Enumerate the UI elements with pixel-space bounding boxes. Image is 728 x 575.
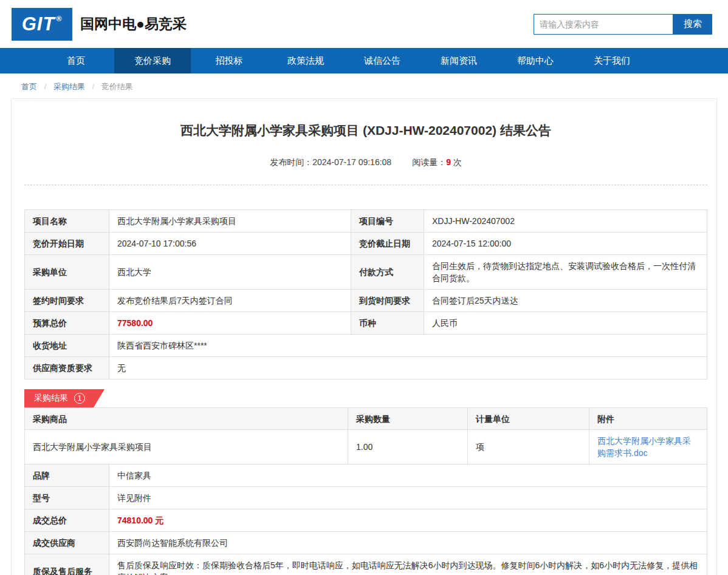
deal-detail-table: 品牌 中信家具 型号 详见附件 成交总价 74810.00 元 成交供应商 西安… <box>24 464 707 575</box>
divider <box>24 185 707 185</box>
project-code-value: XDJJ-HW-202407002 <box>424 210 707 233</box>
logo-text: GIT <box>22 13 55 35</box>
delivery-address-label: 收货地址 <box>25 335 109 357</box>
result-tag-label: 采购结果 <box>34 393 68 404</box>
purchaser-label: 采购单位 <box>25 255 109 290</box>
sign-time-value: 发布竞价结果后7天内签订合同 <box>109 290 351 312</box>
views-label: 阅读量： <box>412 157 446 167</box>
site-name: 国网中电●易竞采 <box>80 15 187 33</box>
result-count-badge: 1 <box>74 393 85 404</box>
table-header-row: 采购商品 采购数量 计量单位 附件 <box>25 408 707 430</box>
model-value: 详见附件 <box>109 487 707 509</box>
brand-value: 中信家具 <box>109 464 707 487</box>
announcement-card: 西北大学附属小学家具采购项目 (XDJJ-HW-202407002) 结果公告 … <box>11 98 717 575</box>
nav-item-about-us[interactable]: 关于我们 <box>574 48 650 73</box>
deal-price-label: 成交总价 <box>25 509 109 532</box>
product-name-cell: 西北大学附属小学家具采购项目 <box>25 430 348 464</box>
project-name-value: 西北大学附属小学家具采购项目 <box>109 210 351 233</box>
views-count: 9 <box>446 157 451 167</box>
search-button[interactable]: 搜索 <box>673 14 712 35</box>
site-header: GIT® 国网中电●易竞采 搜索 <box>0 0 728 48</box>
purchase-result-table: 采购商品 采购数量 计量单位 附件 西北大学附属小学家具采购项目 1.00 项 … <box>24 407 707 464</box>
table-row: 采购单位 西北大学 付款方式 合同生效后，待货物到达指定地点、安装调试验收合格后… <box>25 255 707 290</box>
publish-time-label: 发布时间： <box>270 157 312 167</box>
table-row: 品牌 中信家具 <box>25 464 707 487</box>
page-title: 西北大学附属小学家具采购项目 (XDJJ-HW-202407002) 结果公告 <box>24 122 707 139</box>
delivery-time-value: 合同签订后25天内送达 <box>424 290 707 312</box>
budget-label: 预算总价 <box>25 312 109 335</box>
table-row: 型号 详见附件 <box>25 487 707 509</box>
warranty-label: 质保及售后服务 <box>25 554 109 575</box>
deal-price-unit: 元 <box>155 515 163 525</box>
warranty-value: 售后质保及响应时效：质保期验收合格后5年，即时电话响应，如电话响应无法解决6小时… <box>109 554 707 575</box>
payment-value: 合同生效后，待货物到达指定地点、安装调试验收合格后，一次性付清合同货款。 <box>424 255 707 290</box>
table-row: 签约时间要求 发布竞价结果后7天内签订合同 到货时间要求 合同签订后25天内送达 <box>25 290 707 312</box>
unit-cell: 项 <box>468 430 589 464</box>
payment-label: 付款方式 <box>351 255 424 290</box>
deal-price-value: 74810.00 <box>117 515 153 525</box>
product-column-header: 采购商品 <box>25 408 348 430</box>
nav-item-home[interactable]: 首页 <box>38 48 114 73</box>
delivery-time-label: 到货时间要求 <box>351 290 424 312</box>
table-row: 成交供应商 西安爵尚达智能系统有限公司 <box>25 532 707 554</box>
winning-supplier-value: 西安爵尚达智能系统有限公司 <box>109 532 707 554</box>
nav-item-integrity-notice[interactable]: 诚信公告 <box>344 48 421 73</box>
supplier-qualification-label: 供应商资质要求 <box>25 357 109 379</box>
breadcrumb-home[interactable]: 首页 <box>21 82 37 91</box>
table-row: 供应商资质要求 无 <box>25 357 707 379</box>
nav-item-bidding-purchase[interactable]: 竞价采购 <box>114 48 191 73</box>
table-row: 项目名称 西北大学附属小学家具采购项目 项目编号 XDJJ-HW-2024070… <box>25 210 707 233</box>
search-bar: 搜索 <box>534 14 712 35</box>
project-code-label: 项目编号 <box>351 210 424 233</box>
registered-mark-icon: ® <box>56 15 62 23</box>
supplier-qualification-value: 无 <box>109 357 707 379</box>
views-unit: 次 <box>453 157 462 167</box>
nav-item-help-center[interactable]: 帮助中心 <box>497 48 574 73</box>
winning-supplier-label: 成交供应商 <box>25 532 109 554</box>
model-label: 型号 <box>25 487 109 509</box>
bid-start-label: 竞价开始日期 <box>25 233 109 255</box>
attachment-column-header: 附件 <box>589 408 707 430</box>
breadcrumb-current: 竞价结果 <box>101 82 133 91</box>
announcement-meta: 发布时间：2024-07-17 09:16:08阅读量：9 次 <box>24 157 707 168</box>
project-info-table: 项目名称 西北大学附属小学家具采购项目 项目编号 XDJJ-HW-2024070… <box>24 209 707 379</box>
table-row: 收货地址 陕西省西安市碑林区**** <box>25 335 707 357</box>
git-logo[interactable]: GIT® <box>12 8 72 41</box>
bid-end-label: 竞价截止日期 <box>351 233 424 255</box>
table-row: 预算总价 77580.00 币种 人民币 <box>25 312 707 335</box>
brand-label: 品牌 <box>25 464 109 487</box>
quantity-cell: 1.00 <box>348 430 468 464</box>
nav-item-tender[interactable]: 招投标 <box>191 48 267 73</box>
result-section-tag: 采购结果 1 <box>24 389 105 407</box>
delivery-address-value: 陕西省西安市碑林区**** <box>109 335 707 357</box>
budget-value: 77580.00 <box>117 318 153 328</box>
project-name-label: 项目名称 <box>25 210 109 233</box>
attachment-link[interactable]: 西北大学附属小学家具采购需求书.doc <box>597 436 691 458</box>
breadcrumb: 首页 / 采购结果 / 竞价结果 <box>0 73 728 92</box>
table-row: 西北大学附属小学家具采购项目 1.00 项 西北大学附属小学家具采购需求书.do… <box>25 430 707 464</box>
unit-column-header: 计量单位 <box>468 408 589 430</box>
purchaser-value: 西北大学 <box>109 255 351 290</box>
main-nav: 首页 竞价采购 招投标 政策法规 诚信公告 新闻资讯 帮助中心 关于我们 <box>0 48 728 73</box>
quantity-column-header: 采购数量 <box>348 408 468 430</box>
breadcrumb-separator: / <box>44 82 47 91</box>
nav-item-policy[interactable]: 政策法规 <box>267 48 344 73</box>
table-row: 竞价开始日期 2024-07-10 17:00:56 竞价截止日期 2024-0… <box>25 233 707 255</box>
table-row: 成交总价 74810.00 元 <box>25 509 707 532</box>
bid-end-value: 2024-07-15 12:00:00 <box>424 233 707 255</box>
breadcrumb-separator: / <box>92 82 95 91</box>
publish-time-value: 2024-07-17 09:16:08 <box>312 157 391 167</box>
search-input[interactable] <box>534 14 673 35</box>
currency-value: 人民币 <box>424 312 707 335</box>
nav-item-news[interactable]: 新闻资讯 <box>421 48 497 73</box>
bid-start-value: 2024-07-10 17:00:56 <box>109 233 351 255</box>
table-row: 质保及售后服务 售后质保及响应时效：质保期验收合格后5年，即时电话响应，如电话响… <box>25 554 707 575</box>
sign-time-label: 签约时间要求 <box>25 290 109 312</box>
currency-label: 币种 <box>351 312 424 335</box>
breadcrumb-purchase-results[interactable]: 采购结果 <box>53 82 85 91</box>
